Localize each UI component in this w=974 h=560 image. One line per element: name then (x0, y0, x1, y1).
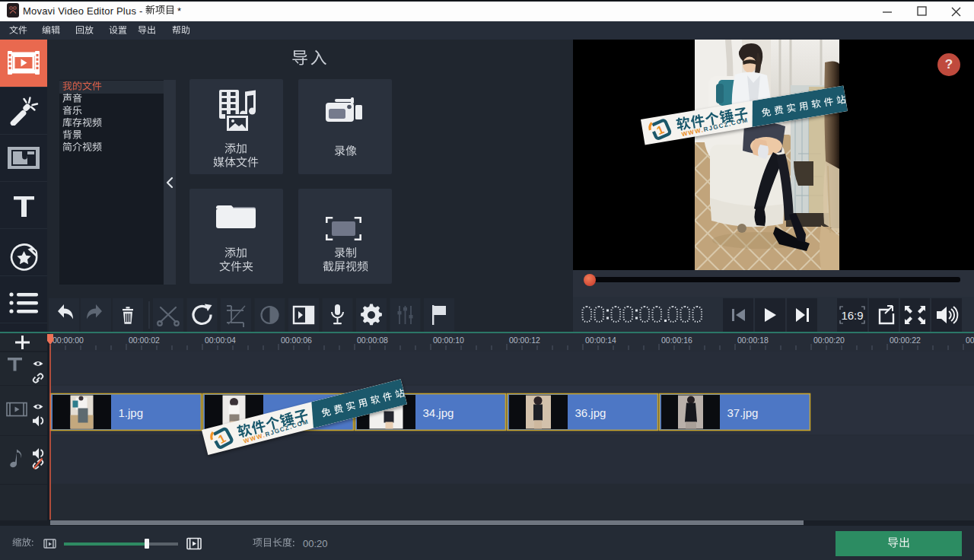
svg-text:00:00:14: 00:00:14 (585, 336, 616, 345)
svg-text:00:00:16: 00:00:16 (661, 336, 692, 345)
svg-text:16:9: 16:9 (841, 309, 863, 322)
svg-text:00:00:08: 00:00:08 (357, 336, 388, 345)
svg-text:00:00:20: 00:00:20 (813, 336, 845, 345)
svg-text:00:00:24: 00:00:24 (966, 336, 974, 345)
svg-text:34.jpg: 34.jpg (423, 406, 454, 419)
svg-text:00:00:18: 00:00:18 (737, 336, 769, 345)
svg-text:00:00:12: 00:00:12 (509, 336, 540, 345)
svg-text:00:00:04: 00:00:04 (205, 336, 236, 345)
svg-text:00:00:22: 00:00:22 (890, 336, 921, 345)
svg-text:36.jpg: 36.jpg (575, 406, 606, 419)
svg-text:00:00:02: 00:00:02 (129, 336, 160, 345)
svg-text:00:00:06: 00:00:06 (281, 336, 312, 345)
svg-text:00:00:10: 00:00:10 (433, 336, 464, 345)
svg-text:00:00:00: 00:00:00 (53, 336, 84, 345)
svg-text:1.jpg: 1.jpg (119, 406, 144, 419)
svg-text:37.jpg: 37.jpg (727, 406, 759, 419)
